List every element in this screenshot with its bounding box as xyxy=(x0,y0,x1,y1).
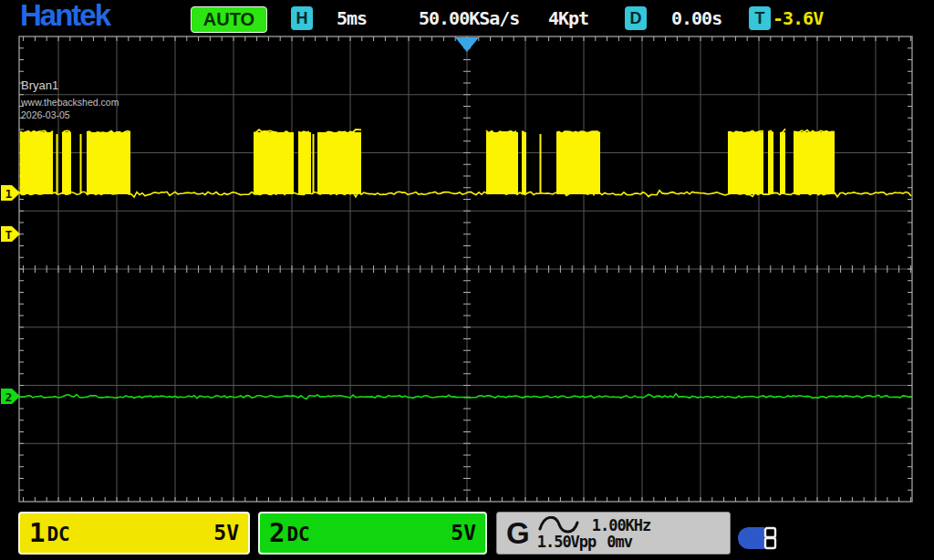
ch1-coupling: DC xyxy=(47,525,69,544)
ch2-marker-label: 2 xyxy=(5,390,13,404)
generator-status-box[interactable]: G 1.00KHz 1.50Vpp 0mv xyxy=(496,512,731,555)
ch1-scale: 5V xyxy=(213,523,239,544)
usb-device-icon xyxy=(737,526,779,550)
generator-frequency: 1.00KHz xyxy=(592,518,651,534)
channel-markers: 1 T 2 xyxy=(1,37,479,404)
graticule xyxy=(19,36,912,502)
ch1-trace xyxy=(19,129,911,197)
ch2-number: 2 xyxy=(269,520,285,546)
scope-display: 1 T 2 xyxy=(0,0,934,560)
website-annotation: www.thebackshed.com xyxy=(21,97,119,108)
ch1-status-box[interactable]: 1 DC 5V xyxy=(18,512,250,555)
sine-wave-icon xyxy=(537,516,579,534)
generator-label: G xyxy=(506,516,530,551)
ch2-coupling: DC xyxy=(286,525,309,544)
trigger-position-marker[interactable] xyxy=(455,37,479,52)
ch2-trace xyxy=(19,394,911,399)
date-annotation: 2026-03-05 xyxy=(21,109,70,120)
user-annotation: Bryan1 xyxy=(21,78,58,92)
generator-offset: 0mv xyxy=(607,534,632,550)
ch2-status-box[interactable]: 2 DC 5V xyxy=(258,512,487,555)
trigger-marker-label: T xyxy=(5,228,13,242)
ch1-marker-label: 1 xyxy=(5,187,13,201)
generator-amplitude: 1.50Vpp xyxy=(537,534,597,550)
ch1-number: 1 xyxy=(29,520,45,546)
ch2-scale: 5V xyxy=(451,523,476,544)
oscilloscope-screen: Hantek AUTO H 5ms 50.00KSa/s 4Kpt D 0.00… xyxy=(0,0,934,560)
